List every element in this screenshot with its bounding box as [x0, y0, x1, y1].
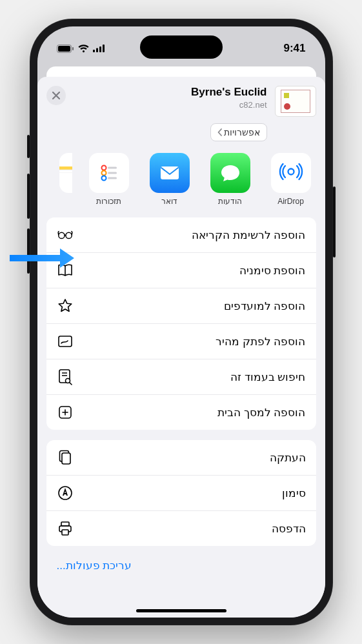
action-copy[interactable]: העתקה	[46, 440, 316, 475]
volume-down	[27, 228, 30, 274]
options-label: אפשרויות	[224, 127, 260, 137]
app-messages-label: הודעות	[218, 197, 242, 206]
svg-rect-17	[59, 170, 72, 170]
side-button	[333, 186, 336, 257]
svg-rect-32	[62, 530, 68, 535]
svg-rect-2	[72, 47, 74, 50]
svg-point-11	[101, 171, 106, 176]
action-add-quick-note[interactable]: הוספה לפתק מהיר	[46, 323, 316, 359]
reminders-icon	[89, 153, 129, 193]
find-on-page-icon	[57, 368, 74, 385]
star-icon	[57, 297, 74, 314]
edit-actions-row: עריכת פעולות...	[46, 556, 316, 579]
svg-rect-10	[108, 167, 117, 169]
volume-up	[27, 174, 30, 219]
svg-rect-14	[108, 177, 117, 179]
svg-rect-6	[103, 45, 105, 52]
app-reminders[interactable]: תזכורות	[86, 153, 132, 206]
copy-icon	[57, 449, 74, 466]
svg-rect-4	[96, 48, 98, 53]
svg-rect-16	[59, 166, 72, 170]
svg-point-9	[101, 166, 106, 170]
quick-note-icon	[57, 333, 74, 350]
svg-point-19	[58, 232, 64, 238]
action-print[interactable]: הדפסה	[46, 510, 316, 546]
close-icon	[52, 92, 60, 99]
svg-rect-1	[58, 46, 70, 52]
action-add-home-screen[interactable]: הוספה למסך הבית	[46, 394, 316, 430]
action-label: העתקה	[270, 451, 306, 465]
action-label: הוספה לרשימת הקריאה	[192, 228, 305, 242]
close-button[interactable]	[46, 86, 66, 105]
app-notes[interactable]	[57, 153, 75, 193]
action-label: הדפסה	[272, 522, 306, 536]
status-left	[57, 45, 105, 53]
mail-icon	[150, 153, 190, 193]
action-label: הוספה לפתק מהיר	[216, 335, 305, 348]
chevron-left-icon	[217, 128, 223, 136]
action-add-favorites[interactable]: הוספה למועדפים	[46, 288, 316, 323]
notes-icon	[59, 153, 72, 193]
svg-rect-12	[108, 172, 117, 174]
svg-point-20	[65, 232, 71, 238]
svg-rect-30	[61, 522, 69, 526]
print-icon	[57, 520, 74, 537]
svg-point-13	[101, 176, 106, 181]
app-reminders-label: תזכורות	[96, 197, 121, 206]
sheet-header: Byrne's Euclid c82.net	[37, 77, 325, 123]
title-block: Byrne's Euclid c82.net	[74, 86, 267, 110]
action-add-bookmark[interactable]: הוספת סימניה	[46, 252, 316, 288]
airdrop-icon	[271, 153, 311, 193]
action-label: הוספה למועדפים	[224, 299, 306, 313]
svg-point-7	[288, 169, 294, 175]
action-add-reading-list[interactable]: הוספה לרשימת הקריאה	[46, 217, 316, 252]
mute-switch	[27, 135, 30, 158]
app-airdrop[interactable]: AirDrop	[268, 153, 314, 206]
svg-rect-3	[93, 50, 95, 52]
app-messages[interactable]: הודעות	[208, 153, 253, 206]
action-label: סימון	[282, 487, 306, 500]
action-find-on-page[interactable]: חיפוש בעמוד זה	[46, 359, 316, 394]
markup-icon	[57, 485, 74, 501]
actions-group-2: העתקה סימון הדפסה	[46, 440, 316, 546]
page-thumbnail	[275, 86, 316, 117]
home-indicator[interactable]	[136, 609, 226, 612]
wifi-icon	[78, 45, 89, 53]
book-icon	[57, 262, 74, 279]
svg-rect-21	[59, 336, 72, 347]
battery-icon	[57, 45, 74, 53]
app-airdrop-label: AirDrop	[277, 197, 304, 206]
action-label: חיפוש בעמוד זה	[230, 370, 305, 384]
app-share-row[interactable]: AirDrop הודעות דואר	[37, 150, 325, 217]
messages-icon	[210, 153, 250, 193]
screen: 9:41 Byrne's Euclid c82.net אפשרויות	[37, 26, 325, 618]
svg-line-26	[70, 383, 72, 385]
phone-frame: 9:41 Byrne's Euclid c82.net אפשרויות	[30, 19, 333, 625]
action-markup[interactable]: סימון	[46, 475, 316, 510]
svg-rect-28	[62, 453, 70, 464]
share-sheet: Byrne's Euclid c82.net אפשרויות	[37, 77, 325, 618]
status-time: 9:41	[283, 42, 305, 55]
svg-rect-5	[99, 46, 101, 52]
cellular-icon	[93, 45, 105, 52]
options-row: אפשרויות	[37, 123, 325, 150]
dynamic-island	[140, 35, 223, 59]
page-title: Byrne's Euclid	[74, 86, 267, 99]
action-label: הוספה למסך הבית	[217, 406, 305, 419]
add-home-icon	[57, 404, 74, 421]
actions-scroll[interactable]: הוספה לרשימת הקריאה הוספת סימניה הוספה ל…	[37, 217, 325, 618]
action-label: הוספת סימניה	[239, 264, 306, 277]
options-button[interactable]: אפשרויות	[210, 123, 267, 141]
app-mail-label: דואר	[161, 197, 177, 206]
svg-rect-8	[161, 166, 179, 179]
actions-group-1: הוספה לרשימת הקריאה הוספת סימניה הוספה ל…	[46, 217, 316, 430]
edit-actions-link[interactable]: עריכת פעולות...	[57, 559, 132, 572]
glasses-icon	[57, 226, 74, 243]
page-subtitle: c82.net	[74, 100, 267, 110]
app-mail[interactable]: דואר	[147, 153, 192, 206]
